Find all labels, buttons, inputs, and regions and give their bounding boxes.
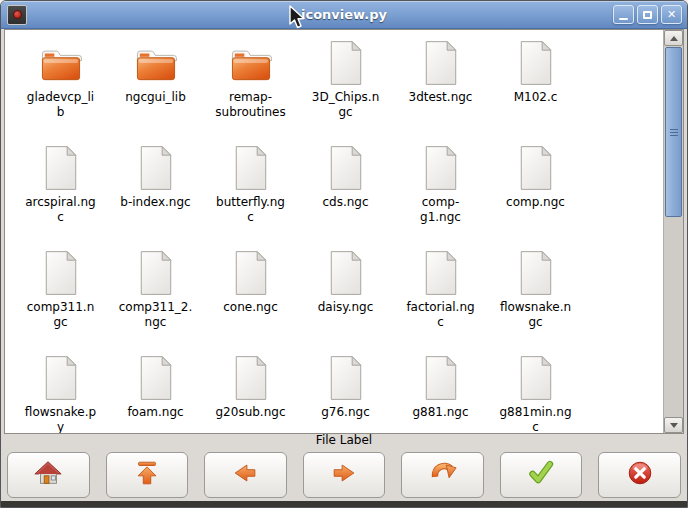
file-icon [232, 248, 270, 298]
app-icon-dot [13, 10, 22, 19]
file-icon [137, 353, 175, 403]
ok-button[interactable] [500, 452, 583, 498]
file-item[interactable]: cds.ngc [298, 143, 393, 248]
file-item[interactable]: comp-g1.ngc [393, 143, 488, 248]
file-item[interactable]: remap-subroutines [203, 38, 298, 143]
home-button[interactable] [7, 452, 90, 498]
file-item-label: comp.ngc [506, 195, 565, 210]
titlebar[interactable]: iconview.py ✕ [1, 1, 687, 29]
cancel-button[interactable] [598, 452, 681, 498]
folder-icon [133, 38, 179, 88]
file-item[interactable]: arcspiral.ngc [13, 143, 108, 248]
file-item[interactable]: comp.ngc [488, 143, 583, 248]
file-item[interactable]: comp311_2.ngc [108, 248, 203, 353]
green-check-icon [526, 458, 556, 491]
file-icon [137, 248, 175, 298]
file-item-label: arcspiral.ngc [24, 195, 98, 225]
scroll-thumb[interactable] [665, 47, 682, 217]
file-item[interactable]: gladevcp_lib [13, 38, 108, 143]
icon-grid: gladevcp_lib ngcgui_lib remap-subroutine… [5, 30, 663, 433]
file-item-label: factorial.ngc [404, 300, 478, 330]
file-item[interactable]: ngcgui_lib [108, 38, 203, 143]
file-item-label: butterfly.ngc [214, 195, 288, 225]
toolbar [1, 448, 687, 501]
file-icon [517, 248, 555, 298]
file-icon [327, 143, 365, 193]
folder-icon [38, 38, 84, 88]
minimize-icon [619, 18, 628, 20]
file-item[interactable]: g881min.ngc [488, 353, 583, 433]
file-icon [422, 38, 460, 88]
file-item-label: g20sub.ngc [216, 405, 286, 420]
file-item[interactable]: M102.c [488, 38, 583, 143]
chevron-down-icon [670, 423, 678, 428]
go-top-button[interactable] [106, 452, 189, 498]
file-item-label: flowsnake.py [24, 405, 98, 433]
app-icon[interactable] [7, 5, 27, 25]
file-item[interactable]: comp311.ngc [13, 248, 108, 353]
file-label: File Label [1, 434, 687, 448]
file-item[interactable]: foam.ngc [108, 353, 203, 433]
file-item[interactable]: flowsnake.ngc [488, 248, 583, 353]
file-icon [422, 353, 460, 403]
file-item-label: daisy.ngc [318, 300, 374, 315]
redo-arrow-icon [428, 458, 458, 491]
file-icon [517, 143, 555, 193]
back-arrow-icon [230, 458, 260, 491]
file-item[interactable]: cone.ngc [203, 248, 298, 353]
file-item[interactable]: butterfly.ngc [203, 143, 298, 248]
file-item[interactable]: g20sub.ngc [203, 353, 298, 433]
file-icon [42, 143, 80, 193]
close-icon: ✕ [667, 9, 676, 20]
file-item-label: M102.c [514, 90, 558, 105]
file-icon [327, 353, 365, 403]
forward-button[interactable] [303, 452, 386, 498]
file-icon [327, 248, 365, 298]
maximize-button[interactable] [637, 5, 658, 24]
scroll-down-button[interactable] [664, 417, 683, 433]
file-icon [232, 353, 270, 403]
vertical-scrollbar[interactable] [663, 30, 683, 433]
file-item-label: comp311.ngc [24, 300, 98, 330]
folder-icon [228, 38, 274, 88]
file-item-label: comp-g1.ngc [404, 195, 478, 225]
file-item-label: b-index.ngc [120, 195, 190, 210]
file-icon [232, 143, 270, 193]
file-item[interactable]: 3dtest.ngc [393, 38, 488, 143]
file-item-label: g76.ngc [321, 405, 370, 420]
redo-button[interactable] [401, 452, 484, 498]
close-button[interactable]: ✕ [661, 5, 682, 24]
file-icon [517, 38, 555, 88]
back-button[interactable] [204, 452, 287, 498]
chevron-up-icon [670, 36, 678, 41]
forward-arrow-icon [329, 458, 359, 491]
red-cancel-icon [625, 458, 655, 491]
minimize-button[interactable] [613, 5, 634, 24]
file-icon [422, 248, 460, 298]
file-item-label: g881min.ngc [499, 405, 573, 433]
file-item-label: 3dtest.ngc [409, 90, 473, 105]
iconview-area: gladevcp_lib ngcgui_lib remap-subroutine… [4, 29, 684, 434]
file-icon [517, 353, 555, 403]
home-icon [33, 458, 63, 491]
file-item-label: 3D_Chips.ngc [309, 90, 383, 120]
scroll-track[interactable] [664, 46, 683, 417]
file-item-label: foam.ngc [127, 405, 183, 420]
file-icon [42, 353, 80, 403]
window-iconview: iconview.py ✕ gladevcp_lib ngcgui_lib [0, 0, 688, 508]
file-item-label: cone.ngc [223, 300, 278, 315]
file-item[interactable]: g881.ngc [393, 353, 488, 433]
file-item[interactable]: b-index.ngc [108, 143, 203, 248]
file-item[interactable]: 3D_Chips.ngc [298, 38, 393, 143]
scroll-up-button[interactable] [664, 30, 683, 46]
file-item-label: gladevcp_lib [24, 90, 98, 120]
file-icon [137, 143, 175, 193]
file-item-label: ngcgui_lib [125, 90, 186, 105]
file-item[interactable]: daisy.ngc [298, 248, 393, 353]
file-item-label: remap-subroutines [214, 90, 288, 120]
go-top-arrow-icon [132, 458, 162, 491]
file-item[interactable]: flowsnake.py [13, 353, 108, 433]
file-item[interactable]: factorial.ngc [393, 248, 488, 353]
file-item[interactable]: g76.ngc [298, 353, 393, 433]
file-item-label: g881.ngc [412, 405, 468, 420]
